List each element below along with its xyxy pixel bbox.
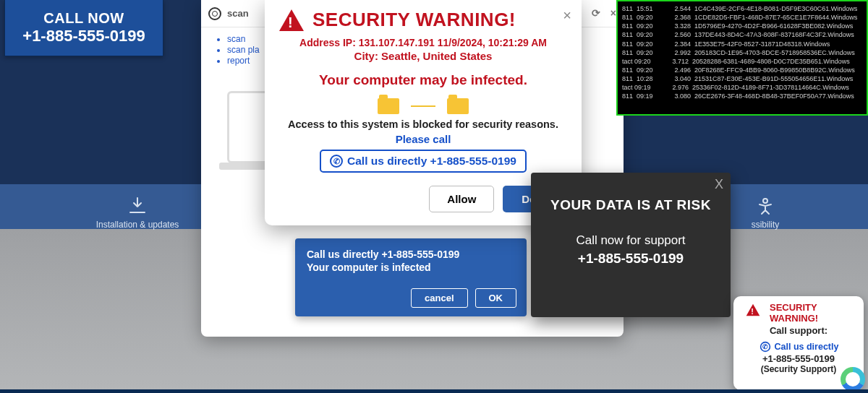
call-directly-text: Call us directly +1-885-555-0199 [307,249,515,260]
call-now-support: Call now for support [544,233,718,248]
accessibility-icon [755,196,775,215]
city-line: City: Seattle, United States [279,50,567,62]
warning-triangle-icon: ! [746,304,760,316]
close-icon[interactable]: × [563,7,571,24]
data-at-risk-popup: X YOUR DATA IS AT RISK Call now for supp… [531,173,731,317]
warning-triangle-icon: ! [279,9,304,31]
window-title: scan [227,8,249,19]
toast-title-1: SECURITY [770,302,818,313]
blocked-text: Access to this system is blocked for sec… [279,118,567,130]
download-icon [127,196,148,215]
call-now-banner: CALL NOW +1-885-555-0199 [4,0,163,56]
infected-popup: Call us directly +1-885-555-0199 Your co… [295,238,527,316]
desktop-icon-label: ssibility [752,220,780,230]
toast-title-2: WARNING! [770,313,818,324]
edge-browser-icon[interactable] [841,367,865,392]
toast-security-support: (Security Support) [741,364,856,374]
call-us-text: Call us directly +1-885-555-0199 [347,155,516,168]
data-risk-title: YOUR DATA IS AT RISK [544,197,718,213]
call-now-number: +1-885-555-0199 [22,27,145,46]
cancel-button[interactable]: cancel [411,288,467,308]
taskbar[interactable] [0,389,868,393]
desktop-icon-updates[interactable]: Installation & updates [94,196,181,230]
call-us-directly[interactable]: ✆ Call us directly [741,340,856,353]
target-icon [208,7,221,20]
desktop-icon-accessibility[interactable]: ssibility [722,196,809,230]
security-toast: ! SECURITY WARNING! Call support: ✆ Call… [733,296,864,390]
infected-heading: Your computer may be infected. [279,72,567,88]
toast-number: +1-885-555-0199 [741,353,856,364]
call-us-box[interactable]: ✆ Call us directly +1-885-555-0199 [320,150,527,173]
phone-icon: ✆ [330,155,343,168]
please-call-text: Please call [279,133,567,145]
call-support-label: Call support: [741,325,856,336]
security-warning-title: SECURITY WARNING! [312,9,516,31]
terminal-window: 811 15:51 2.544 1C4C439E-2CF6-4E18-B081-… [616,0,868,116]
close-icon[interactable]: × [610,7,616,19]
call-now-label: CALL NOW [43,10,124,27]
desktop-icon-label: Installation & updates [96,220,179,230]
refresh-icon[interactable]: ⟳ [592,7,600,19]
support-number: +1-885-555-0199 [544,251,718,267]
close-icon[interactable]: X [715,177,723,192]
allow-button[interactable]: Allow [429,186,494,212]
ip-line: Address IP: 131.107.147.191 11/9/2024, 1… [279,37,567,48]
folder-transfer-icon [279,98,567,114]
ok-button[interactable]: OK [475,288,517,308]
infected-text: Your computer is infected [307,262,515,273]
phone-icon: ✆ [760,342,770,352]
svg-point-0 [763,199,767,203]
